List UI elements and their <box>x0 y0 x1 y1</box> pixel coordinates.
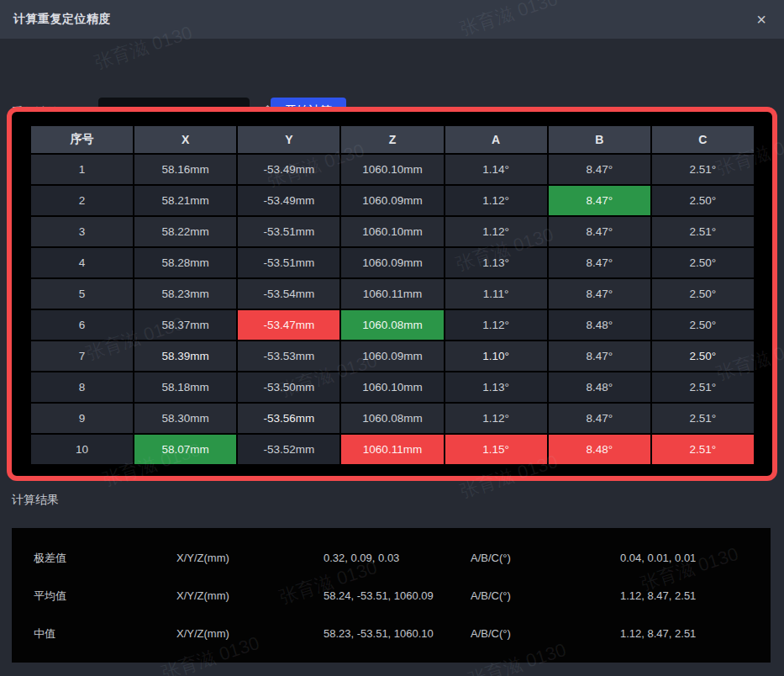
value-cell: 2.51° <box>652 155 754 184</box>
value-cell: 58.21mm <box>134 186 236 215</box>
table-row: 658.37mm-53.47mm1060.08mm1.12°8.48°2.50° <box>31 310 754 340</box>
result-xyz-values: 58.24, -53.51, 1060.09 <box>324 589 471 602</box>
value-cell: 1060.09mm <box>341 186 443 215</box>
row-index-cell: 8 <box>31 372 133 402</box>
value-cell: 58.30mm <box>134 404 236 433</box>
result-abc-label: A/B/C(°) <box>471 552 620 564</box>
result-xyz-values: 58.23, -53.51, 1060.10 <box>324 627 471 640</box>
value-cell: 1060.11mm <box>341 279 443 309</box>
value-cell: 2.51° <box>652 404 754 433</box>
value-cell: 2.50° <box>652 248 754 277</box>
row-index-cell: 6 <box>31 310 133 340</box>
result-xyz-label: X/Y/Z(mm) <box>176 627 324 640</box>
value-cell: 1060.08mm <box>341 310 443 340</box>
value-cell: 1.12° <box>445 310 547 340</box>
value-cell: 8.48° <box>549 372 650 402</box>
column-header-x: X <box>134 126 236 153</box>
value-cell: 58.16mm <box>134 155 236 184</box>
table-row: 258.21mm-53.49mm1060.09mm1.12°8.47°2.50° <box>31 186 754 215</box>
result-abc-label: A/B/C(°) <box>471 627 620 640</box>
column-header-index: 序号 <box>31 126 133 153</box>
value-cell: -53.49mm <box>238 155 339 184</box>
controls-row: 重复计算次数 开始计算 输入数据： 相机数据 <box>0 39 784 99</box>
row-index-cell: 1 <box>31 155 133 184</box>
value-cell: -53.47mm <box>238 310 339 340</box>
table-row: 958.30mm-53.56mm1060.08mm1.12°8.47°2.51° <box>31 404 754 433</box>
value-cell: 58.37mm <box>134 310 236 340</box>
table-row: 858.18mm-53.50mm1060.10mm1.13°8.48°2.51° <box>31 372 754 402</box>
value-cell: 2.50° <box>652 186 754 215</box>
result-xyz-values: 0.32, 0.09, 0.03 <box>324 552 471 564</box>
results-table: 序号 X Y Z A B C 158.16mm-53.49mm1060.10mm… <box>29 124 755 466</box>
table-row: 458.28mm-53.51mm1060.09mm1.13°8.47°2.50° <box>31 248 754 277</box>
value-cell: 1060.10mm <box>341 155 443 184</box>
value-cell: 2.51° <box>652 372 754 402</box>
table-row: 1058.07mm-53.52mm1060.11mm1.15°8.48°2.51… <box>31 435 754 464</box>
value-cell: 58.18mm <box>134 372 236 402</box>
value-cell: -53.50mm <box>238 372 339 402</box>
value-cell: 8.47° <box>549 248 650 277</box>
table-header-row: 序号 X Y Z A B C <box>31 126 754 153</box>
value-cell: 2.50° <box>652 279 754 309</box>
title-bar: 计算重复定位精度 × <box>0 0 784 39</box>
value-cell: 8.48° <box>549 310 650 340</box>
table-body: 158.16mm-53.49mm1060.10mm1.14°8.47°2.51°… <box>31 155 754 464</box>
value-cell: 1060.09mm <box>341 341 443 371</box>
value-cell: 1.15° <box>445 435 547 464</box>
value-cell: 1060.11mm <box>341 435 443 464</box>
result-abc-label: A/B/C(°) <box>471 589 620 602</box>
result-label: 中值 <box>34 626 176 642</box>
value-cell: -53.51mm <box>238 217 339 246</box>
repeat-accuracy-dialog: 计算重复定位精度 × 重复计算次数 开始计算 输入数据： 相机数据 序号 <box>0 0 784 676</box>
result-row-range: 极差值 X/Y/Z(mm) 0.32, 0.09, 0.03 A/B/C(°) … <box>12 539 771 577</box>
value-cell: -53.53mm <box>238 341 339 371</box>
value-cell: 58.23mm <box>134 279 236 309</box>
value-cell: 8.47° <box>549 155 650 184</box>
value-cell: 2.50° <box>652 341 754 371</box>
value-cell: -53.52mm <box>238 435 339 464</box>
value-cell: 8.47° <box>549 217 650 246</box>
column-header-z: Z <box>341 126 443 153</box>
value-cell: 8.47° <box>549 341 650 371</box>
value-cell: 8.47° <box>549 404 650 433</box>
value-cell: 1.13° <box>445 372 547 402</box>
dialog-title: 计算重复定位精度 <box>13 12 111 27</box>
table-row: 758.39mm-53.53mm1060.09mm1.10°8.47°2.50° <box>31 341 754 371</box>
result-xyz-label: X/Y/Z(mm) <box>176 589 324 602</box>
table-row: 358.22mm-53.51mm1060.10mm1.12°8.47°2.51° <box>31 217 754 246</box>
close-icon[interactable]: × <box>752 10 771 29</box>
row-index-cell: 9 <box>31 404 133 433</box>
value-cell: 1060.09mm <box>341 248 443 277</box>
result-row-mean: 平均值 X/Y/Z(mm) 58.24, -53.51, 1060.09 A/B… <box>12 577 771 615</box>
column-header-a: A <box>445 126 547 153</box>
value-cell: 1060.10mm <box>341 217 443 246</box>
table-row: 558.23mm-53.54mm1060.11mm1.11°8.47°2.50° <box>31 279 754 309</box>
value-cell: -53.51mm <box>238 248 339 277</box>
column-header-y: Y <box>238 126 339 153</box>
value-cell: 1.12° <box>445 217 547 246</box>
result-abc-values: 1.12, 8.47, 2.51 <box>620 589 771 602</box>
row-index-cell: 3 <box>31 217 133 246</box>
value-cell: 1.11° <box>445 279 547 309</box>
value-cell: 58.07mm <box>134 435 236 464</box>
value-cell: 8.47° <box>549 186 650 215</box>
table-head: 序号 X Y Z A B C <box>31 126 754 153</box>
result-label: 平均值 <box>34 589 176 604</box>
table-row: 158.16mm-53.49mm1060.10mm1.14°8.47°2.51° <box>31 155 754 184</box>
result-xyz-label: X/Y/Z(mm) <box>176 552 324 564</box>
column-header-c: C <box>652 126 754 153</box>
value-cell: 58.39mm <box>134 341 236 371</box>
value-cell: 1.10° <box>445 341 547 371</box>
value-cell: 1.14° <box>445 155 547 184</box>
value-cell: -53.54mm <box>238 279 339 309</box>
value-cell: -53.49mm <box>238 186 339 215</box>
value-cell: 1.12° <box>445 186 547 215</box>
column-header-b: B <box>549 126 650 153</box>
row-index-cell: 4 <box>31 248 133 277</box>
value-cell: 2.50° <box>652 310 754 340</box>
results-panel: 极差值 X/Y/Z(mm) 0.32, 0.09, 0.03 A/B/C(°) … <box>12 528 771 663</box>
row-index-cell: 5 <box>31 279 133 309</box>
value-cell: 1060.08mm <box>341 404 443 433</box>
value-cell: 1060.10mm <box>341 372 443 402</box>
results-section-label: 计算结果 <box>12 493 59 508</box>
